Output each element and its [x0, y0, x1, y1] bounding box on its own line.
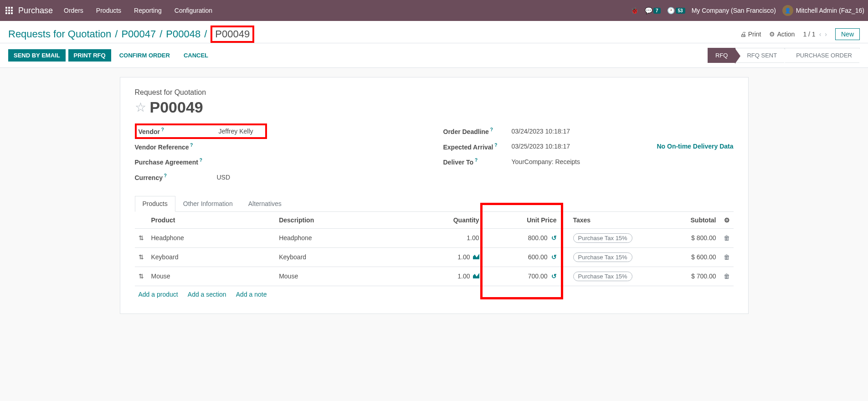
breadcrumb-root[interactable]: Requests for Quotation: [8, 28, 111, 40]
help-icon[interactable]: ?: [198, 158, 202, 163]
user-menu[interactable]: 👤 Mitchell Admin (Faz_16): [782, 5, 864, 16]
breadcrumb-sep: /: [204, 28, 207, 40]
deadline-row: Order Deadline ? 03/24/2023 10:18:17: [443, 123, 734, 139]
apps-menu-button[interactable]: [4, 5, 15, 16]
agreement-label: Purchase Agreement ?: [135, 158, 217, 166]
cell-description[interactable]: Mouse: [275, 267, 410, 286]
svg-rect-5: [11, 10, 13, 11]
svg-rect-2: [11, 7, 13, 9]
company-selector[interactable]: My Company (San Francisco): [692, 7, 776, 14]
help-icon[interactable]: ?: [493, 143, 497, 148]
chat-button[interactable]: 💬 7: [645, 7, 661, 14]
help-icon[interactable]: ?: [163, 173, 167, 178]
col-unit-price[interactable]: Unit Price: [483, 212, 560, 229]
arrival-value[interactable]: 03/25/2023 10:18:17: [512, 143, 570, 150]
confirm-order-button[interactable]: CONFIRM ORDER: [114, 49, 175, 62]
cell-qty[interactable]: 1.00: [410, 267, 483, 286]
cell-product[interactable]: Mouse: [148, 267, 276, 286]
col-quantity[interactable]: Quantity: [410, 212, 483, 229]
cell-description[interactable]: Keyboard: [275, 247, 410, 267]
tab-products[interactable]: Products: [135, 196, 175, 212]
drag-handle[interactable]: ⇅: [135, 267, 148, 286]
cell-qty[interactable]: 1.00: [410, 228, 483, 247]
col-product[interactable]: Product: [148, 212, 276, 229]
deadline-value[interactable]: 03/24/2023 10:18:17: [512, 128, 570, 135]
status-rfq[interactable]: RFQ: [708, 48, 735, 63]
deliver-value[interactable]: YourCompany: Receipts: [512, 158, 580, 165]
drag-handle[interactable]: ⇅: [135, 228, 148, 247]
vendor-ref-label: Vendor Reference ?: [135, 143, 217, 151]
help-icon[interactable]: ?: [473, 158, 478, 163]
cell-tax[interactable]: Purchase Tax 15%: [560, 267, 652, 286]
col-filter[interactable]: ⚙: [720, 212, 734, 229]
col-description[interactable]: Description: [275, 212, 410, 229]
cell-product[interactable]: Headphone: [148, 228, 276, 247]
pager-count: 1 / 1: [803, 31, 815, 38]
status-purchase-order[interactable]: PURCHASE ORDER: [785, 48, 860, 63]
cell-product[interactable]: Keyboard: [148, 247, 276, 267]
cell-tax[interactable]: Purchase Tax 15%: [560, 247, 652, 267]
action-button[interactable]: ⚙ Action: [769, 31, 795, 38]
table-row[interactable]: ⇅HeadphoneHeadphone1.00800.00↺Purchase T…: [135, 228, 734, 247]
add-product-link[interactable]: Add a product: [139, 291, 178, 298]
tab-other-info[interactable]: Other Information: [175, 196, 241, 211]
drag-handle[interactable]: ⇅: [135, 247, 148, 267]
activity-button[interactable]: 🕐 53: [667, 7, 685, 14]
bug-icon[interactable]: 🐞: [631, 7, 638, 14]
add-note-link[interactable]: Add a note: [236, 291, 267, 298]
add-section-link[interactable]: Add a section: [188, 291, 226, 298]
status-rfq-sent[interactable]: RFQ SENT: [735, 48, 785, 63]
col-subtotal[interactable]: Subtotal: [652, 212, 720, 229]
send-email-button[interactable]: SEND BY EMAIL: [8, 49, 66, 62]
cell-price[interactable]: 800.00↺: [483, 228, 560, 247]
tab-alternatives[interactable]: Alternatives: [241, 196, 289, 211]
star-icon[interactable]: ☆: [135, 100, 146, 115]
table-row[interactable]: ⇅MouseMouse1.00700.00↺Purchase Tax 15%$ …: [135, 267, 734, 286]
print-button[interactable]: 🖨 Print: [740, 31, 761, 38]
status-bar: RFQ RFQ SENT PURCHASE ORDER: [708, 48, 860, 63]
vendor-value[interactable]: Jeffrey Kelly: [219, 128, 253, 135]
help-icon[interactable]: ?: [160, 127, 164, 132]
col-taxes[interactable]: Taxes: [560, 212, 652, 229]
nav-menu-reporting[interactable]: Reporting: [134, 7, 162, 14]
cell-delete[interactable]: 🗑: [720, 267, 734, 286]
pager-prev[interactable]: ‹: [819, 31, 822, 38]
cell-description[interactable]: Headphone: [275, 228, 410, 247]
action-bar: SEND BY EMAIL PRINT RFQ CONFIRM ORDER CA…: [0, 43, 868, 68]
help-icon[interactable]: ?: [189, 143, 193, 148]
cell-price[interactable]: 700.00↺: [483, 267, 560, 286]
tax-pill: Purchase Tax 15%: [573, 233, 632, 243]
cell-qty[interactable]: 1.00: [410, 247, 483, 267]
help-icon[interactable]: ?: [489, 127, 493, 132]
history-icon[interactable]: ↺: [551, 234, 557, 242]
table-header-row: Product Description Quantity Unit Price …: [135, 212, 734, 229]
cell-price[interactable]: 600.00↺: [483, 247, 560, 267]
cell-delete[interactable]: 🗑: [720, 247, 734, 267]
svg-rect-0: [5, 7, 7, 9]
print-rfq-button[interactable]: PRINT RFQ: [68, 49, 111, 62]
nav-menu-products[interactable]: Products: [96, 7, 121, 14]
vendor-label: Vendor ?: [139, 127, 219, 135]
nav-menu-configuration[interactable]: Configuration: [175, 7, 212, 14]
nav-menu-orders[interactable]: Orders: [64, 7, 83, 14]
currency-value[interactable]: USD: [217, 174, 231, 181]
chart-icon[interactable]: [473, 272, 479, 280]
history-icon[interactable]: ↺: [551, 253, 557, 261]
breadcrumb-p00048[interactable]: P00048: [166, 28, 200, 40]
history-icon[interactable]: ↺: [551, 272, 557, 280]
cell-tax[interactable]: Purchase Tax 15%: [560, 228, 652, 247]
breadcrumb-p00047[interactable]: P00047: [121, 28, 156, 40]
app-name[interactable]: Purchase: [18, 6, 53, 15]
pager-next[interactable]: ›: [825, 31, 827, 38]
navbar: Purchase Orders Products Reporting Confi…: [0, 0, 868, 21]
new-button[interactable]: New: [835, 28, 860, 40]
ontime-link[interactable]: No On-time Delivery Data: [657, 143, 733, 150]
deliver-label: Deliver To ?: [443, 158, 512, 166]
svg-rect-8: [11, 12, 13, 14]
trash-icon: 🗑: [724, 253, 730, 261]
cancel-button[interactable]: CANCEL: [178, 49, 214, 62]
svg-rect-3: [5, 10, 7, 11]
table-row[interactable]: ⇅KeyboardKeyboard1.00600.00↺Purchase Tax…: [135, 247, 734, 267]
chart-icon[interactable]: [473, 253, 479, 261]
cell-delete[interactable]: 🗑: [720, 228, 734, 247]
